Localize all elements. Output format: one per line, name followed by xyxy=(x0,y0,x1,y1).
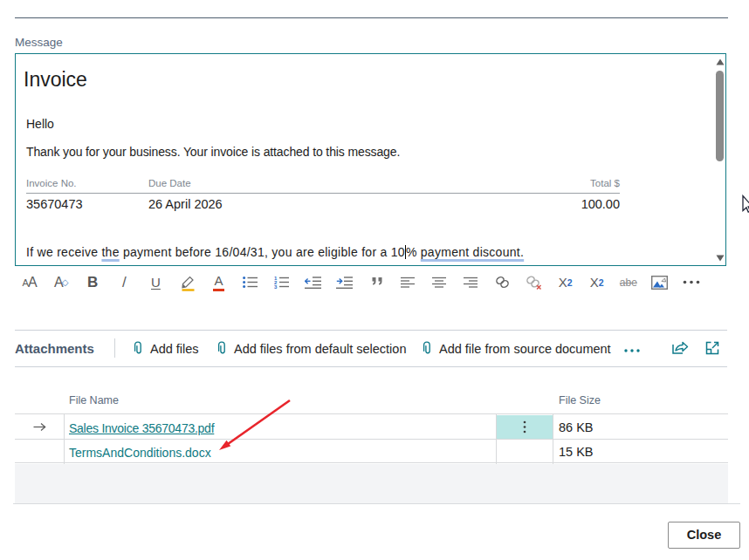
svg-text:3: 3 xyxy=(274,284,278,289)
